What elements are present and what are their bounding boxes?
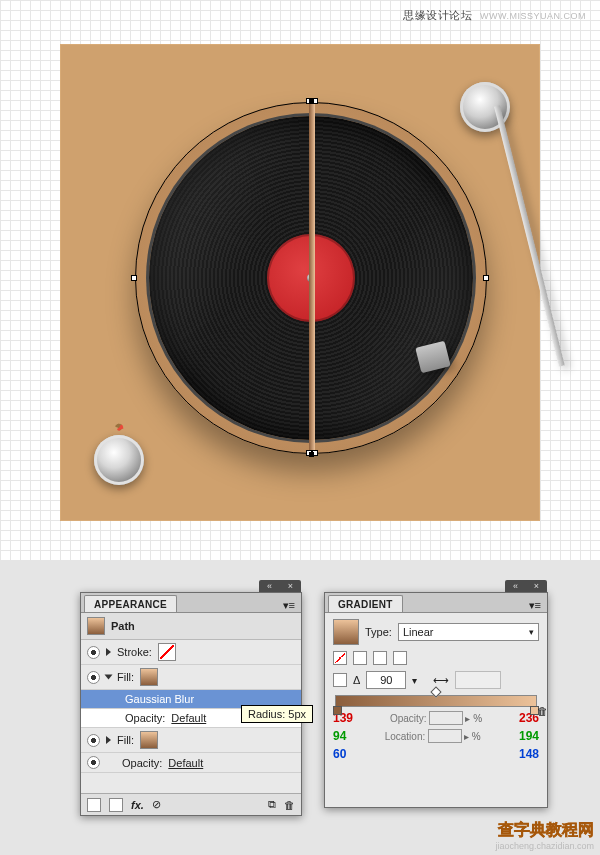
stroke-grad-opt1-icon[interactable] <box>353 651 367 665</box>
type-value: Linear <box>403 626 434 638</box>
stop-location-field <box>428 729 462 743</box>
aspect-ratio-icon[interactable]: ⟷ <box>433 674 449 687</box>
appearance-panel[interactable]: « × APPEARANCE ▾≡ Path Stroke: Fill: Gau… <box>80 592 302 816</box>
visibility-toggle-icon[interactable] <box>87 734 100 747</box>
anchor-bottom[interactable] <box>309 452 314 457</box>
disclosure-icon[interactable] <box>106 648 111 656</box>
fill-label: Fill: <box>117 671 134 683</box>
type-label: Type: <box>365 626 392 638</box>
fill-row[interactable]: Fill: <box>81 665 301 690</box>
appearance-tab[interactable]: APPEARANCE <box>84 595 177 612</box>
gradient-tab[interactable]: GRADIENT <box>328 595 403 612</box>
visibility-toggle-icon[interactable] <box>87 646 100 659</box>
stroke-grad-opt2-icon[interactable] <box>373 651 387 665</box>
stroke-grad-opt3-icon[interactable] <box>393 651 407 665</box>
left-g: 94 <box>333 729 346 743</box>
clear-appearance-icon[interactable]: ⊘ <box>152 798 161 811</box>
trash-icon[interactable]: 🗑 <box>284 799 295 811</box>
appearance-footer: fx. ⊘ ⧉ 🗑 <box>81 793 301 815</box>
appearance-header: Path <box>81 613 301 640</box>
new-fill-icon[interactable] <box>109 798 123 812</box>
collapse-icon[interactable]: « <box>513 582 518 591</box>
panel-menu-icon[interactable]: ▾≡ <box>283 599 295 612</box>
panel-tabbar: APPEARANCE ▾≡ <box>81 593 301 613</box>
handle-l[interactable] <box>131 275 137 281</box>
fill-swatch-icon[interactable] <box>140 731 158 749</box>
stop-opacity-field <box>429 711 463 725</box>
visibility-toggle-icon[interactable] <box>87 756 100 769</box>
collapse-icon[interactable]: « <box>267 582 272 591</box>
opacity-label: Opacity: <box>390 713 427 724</box>
opacity-value: Default <box>171 712 206 724</box>
panel-collapse-strip[interactable]: « × <box>259 580 301 592</box>
right-b: 148 <box>519 747 539 761</box>
opacity-label: Opacity: <box>122 757 162 769</box>
object-type: Path <box>111 620 135 632</box>
opacity-value: Default <box>168 757 203 769</box>
credit-url: WWW.MISSYUAN.COM <box>480 11 586 21</box>
stroke-row[interactable]: Stroke: <box>81 640 301 665</box>
panel-tabbar: GRADIENT ▾≡ <box>325 593 547 613</box>
disclosure-icon[interactable] <box>105 675 113 680</box>
panel-collapse-strip[interactable]: « × <box>505 580 547 592</box>
watermark-cn: 查字典教程网 <box>495 820 594 841</box>
panels-area: « × APPEARANCE ▾≡ Path Stroke: Fill: Gau… <box>0 560 600 855</box>
credit-cn: 思缘设计论坛 <box>403 9 472 21</box>
angle-label: Δ <box>353 674 360 686</box>
disclosure-icon[interactable] <box>106 736 111 744</box>
no-stroke-swatch-icon[interactable] <box>158 643 176 661</box>
chevron-down-icon[interactable]: ▾ <box>529 627 534 637</box>
new-stroke-icon[interactable] <box>87 798 101 812</box>
location-label: Location: <box>385 731 426 742</box>
fill-label: Fill: <box>117 734 134 746</box>
duplicate-icon[interactable]: ⧉ <box>268 798 276 811</box>
handle-r[interactable] <box>483 275 489 281</box>
watermark-en: jiaocheng.chazidian.com <box>495 841 594 851</box>
aspect-field <box>455 671 501 689</box>
effect-name: Gaussian Blur <box>125 693 194 705</box>
stroke-gradient-none-icon[interactable] <box>333 651 347 665</box>
object-thumb-icon <box>87 617 105 635</box>
opacity-label: Opacity: <box>125 712 165 724</box>
angle-field[interactable]: 90 <box>366 671 406 689</box>
canvas-grid: 思缘设计论坛 WWW.MISSYUAN.COM <box>0 0 600 560</box>
angle-value: 90 <box>380 674 392 686</box>
fill-swatch-icon[interactable] <box>140 668 158 686</box>
gradient-type-select[interactable]: Linear ▾ <box>398 623 539 641</box>
anchor-top[interactable] <box>309 99 314 104</box>
chevron-down-icon[interactable]: ▾ <box>412 675 417 686</box>
artboard[interactable] <box>60 44 540 521</box>
stroke-label: Stroke: <box>117 646 152 658</box>
volume-knob <box>94 435 144 485</box>
gradient-preview-icon[interactable] <box>333 619 359 645</box>
close-icon[interactable]: × <box>534 582 539 591</box>
panel-menu-icon[interactable]: ▾≡ <box>529 599 541 612</box>
reverse-gradient-icon[interactable] <box>333 673 347 687</box>
right-g: 194 <box>519 729 539 743</box>
tonearm <box>494 105 565 366</box>
site-watermark: 查字典教程网 jiaocheng.chazidian.com <box>495 820 594 851</box>
gradient-panel[interactable]: « × GRADIENT ▾≡ Type: Linear ▾ <box>324 592 548 808</box>
trash-icon[interactable]: 🗑 <box>537 705 548 717</box>
source-credit: 思缘设计论坛 WWW.MISSYUAN.COM <box>403 8 586 23</box>
gradient-stop-left[interactable] <box>333 706 342 715</box>
visibility-toggle-icon[interactable] <box>87 671 100 684</box>
fx-menu-icon[interactable]: fx. <box>131 799 144 811</box>
left-b: 60 <box>333 747 346 761</box>
gradient-ramp[interactable]: 🗑 <box>335 695 537 707</box>
fill2-row[interactable]: Fill: <box>81 728 301 753</box>
object-opacity-row[interactable]: Opacity: Default <box>81 753 301 773</box>
close-icon[interactable]: × <box>288 582 293 591</box>
selected-path[interactable] <box>309 102 315 454</box>
blur-radius-tooltip: Radius: 5px <box>241 705 313 723</box>
